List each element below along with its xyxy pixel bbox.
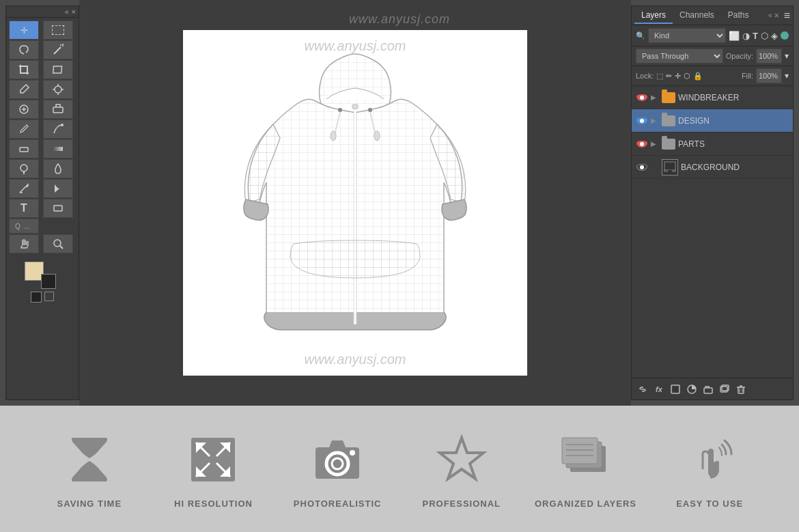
tools-grid: ✛ (6, 18, 79, 256)
zoom-tool[interactable] (43, 234, 73, 253)
parts-expand-icon[interactable]: ▶ (651, 140, 659, 148)
organized-layers-icon-wrap (555, 429, 616, 490)
lock-artboard-icon[interactable]: ⬡ (684, 72, 690, 81)
layer-eye-background[interactable] (636, 161, 648, 173)
healing-tool[interactable] (9, 100, 39, 119)
shape-tool[interactable] (43, 199, 73, 218)
panel-expand-icon[interactable]: « (768, 12, 772, 19)
gradient-tool[interactable] (43, 139, 73, 158)
pen-tool[interactable] (9, 179, 39, 198)
burn-tool[interactable] (43, 159, 73, 178)
opacity-arrow-icon[interactable]: ▾ (785, 51, 789, 61)
quick-mask-icon[interactable] (44, 292, 54, 301)
lock-pixels-icon[interactable]: ✏ (666, 72, 672, 81)
group-button[interactable] (701, 382, 715, 396)
path-selection-tool[interactable] (43, 179, 73, 198)
layer-eye-windbreaker[interactable] (636, 92, 648, 104)
brush-tool[interactable] (9, 120, 39, 139)
svg-point-27 (338, 108, 342, 112)
svg-rect-15 (20, 148, 28, 152)
fx-button[interactable]: fx (652, 382, 666, 396)
layers-list: ▶ WINDBREAKER ▶ DESIGN (632, 86, 793, 378)
color-sampler-tool[interactable] (43, 80, 73, 99)
svg-point-55 (350, 450, 355, 456)
organized-layers-label: ORGANIZED LAYERS (535, 499, 636, 509)
svg-rect-58 (562, 438, 598, 464)
design-layer-name: DESIGN (678, 116, 789, 126)
lock-all-icon[interactable]: 🔒 (693, 72, 703, 81)
fill-arrow-icon[interactable]: ▾ (785, 71, 789, 81)
patch-tool[interactable] (43, 100, 73, 119)
lock-transparent-icon[interactable]: ⬚ (656, 72, 663, 81)
panel-menu-button[interactable]: ≡ (784, 10, 790, 22)
delete-layer-button[interactable] (734, 382, 748, 396)
feature-professional: PROFESSIONAL (407, 429, 516, 509)
color-filter-dot[interactable] (781, 31, 789, 40)
hand-tool[interactable] (9, 234, 39, 253)
background-layer-name: BACKGROUND (681, 163, 789, 172)
layer-item-background[interactable]: BACKGROUND (632, 156, 793, 179)
windbreaker-expand-icon[interactable]: ▶ (651, 94, 659, 101)
new-layer-button[interactable] (718, 382, 731, 396)
adjustment-button[interactable] (685, 382, 699, 396)
toolbar-collapse-button[interactable]: « (65, 8, 69, 16)
crop-tool[interactable] (9, 60, 39, 79)
color-swatch-container[interactable] (25, 262, 60, 289)
eraser-tool[interactable] (9, 139, 39, 158)
design-folder-icon (662, 115, 675, 126)
main-area: « × ✛ (0, 0, 799, 406)
shape-filter-icon[interactable]: ⬡ (761, 31, 768, 41)
marquee-tool[interactable] (43, 20, 73, 40)
smart-object-icon[interactable]: ◈ (771, 31, 778, 41)
layer-item-parts[interactable]: ▶ PARTS (632, 132, 793, 156)
lock-position-icon[interactable]: ✛ (675, 72, 681, 81)
default-colors-icon[interactable] (31, 292, 42, 303)
layer-eye-parts[interactable] (636, 138, 648, 150)
svg-point-5 (55, 86, 61, 93)
layer-item-windbreaker[interactable]: ▶ WINDBREAKER (632, 86, 793, 109)
tab-channels[interactable]: Channels (673, 8, 721, 24)
dodge-tool[interactable] (9, 159, 39, 178)
toolbar-close-button[interactable]: × (72, 8, 76, 16)
blend-mode-select[interactable]: Pass Through Normal Multiply Screen (636, 48, 723, 64)
svg-point-14 (61, 124, 64, 126)
opacity-label: Opacity: (726, 52, 753, 60)
svg-rect-13 (53, 107, 63, 113)
touch-icon (682, 432, 737, 487)
layer-eye-design[interactable] (636, 115, 648, 127)
fill-input[interactable] (756, 68, 782, 83)
panel-close-button[interactable]: × (774, 11, 779, 20)
panel-bottom-bar: fx (632, 378, 793, 400)
link-layers-button[interactable] (636, 382, 649, 396)
layers-panel: Layers Channels Paths « × ≡ 🔍 Kind ⬜ ◑ T… (631, 5, 794, 400)
type-icon[interactable]: T (753, 31, 758, 41)
perspective-crop-tool[interactable] (43, 60, 73, 79)
type-tool[interactable]: T (9, 199, 39, 218)
adjustments-icon[interactable]: ◑ (742, 31, 750, 41)
lasso-tool[interactable] (9, 40, 39, 59)
design-expand-icon[interactable]: ▶ (651, 117, 659, 124)
kind-select[interactable]: Kind (648, 28, 726, 43)
svg-line-0 (54, 47, 61, 54)
swatch-extras (31, 292, 54, 303)
svg-point-28 (368, 108, 372, 112)
opacity-input[interactable] (756, 48, 782, 64)
star-icon (434, 432, 489, 487)
svg-point-30 (374, 131, 380, 141)
move-tool[interactable]: ✛ (9, 20, 39, 40)
layer-item-design[interactable]: ▶ DESIGN (632, 109, 793, 132)
features-bar: SAVING TIME HI RESOLUTION (0, 406, 799, 532)
eyedropper-tool[interactable] (9, 80, 39, 99)
tab-layers[interactable]: Layers (634, 8, 673, 24)
tab-paths[interactable]: Paths (721, 8, 756, 24)
svg-rect-45 (72, 438, 107, 441)
mask-button[interactable] (669, 382, 682, 396)
background-color-swatch[interactable] (41, 274, 56, 289)
magic-wand-tool[interactable] (43, 40, 73, 59)
eye-icon-background (636, 164, 647, 171)
pixel-icon[interactable]: ⬜ (729, 31, 740, 41)
hi-resolution-label: HI RESOLUTION (174, 499, 253, 509)
easy-to-use-label: EASY TO USE (676, 499, 743, 509)
smudge-tool[interactable] (43, 120, 73, 139)
canvas-area: www.anyusj.com (79, 0, 631, 406)
